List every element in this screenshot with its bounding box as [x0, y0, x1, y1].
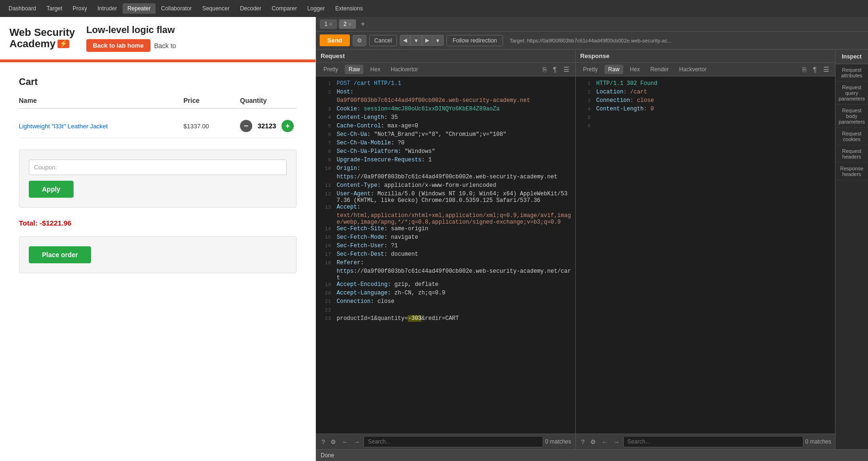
request-line-24[interactable]: 20Accept-Language: zh-CN, zh;q=0.9 [316, 290, 575, 298]
apply-button[interactable]: Apply [29, 181, 74, 198]
req-search-settings-icon[interactable]: ⚙ [329, 437, 338, 446]
nav-prev-button[interactable]: ◀ [400, 35, 410, 46]
request-line-4[interactable]: 3Cookie: session=4mcJ80oUc61xxDINQYo6KbE… [316, 106, 575, 114]
resp-tab-hackvertor[interactable]: Hackvertor [676, 65, 711, 74]
resp-icon-menu[interactable]: ☰ [821, 65, 831, 74]
resp-search-settings-icon[interactable]: ⚙ [588, 437, 598, 446]
request-line-13[interactable]: 11Content-Type: application/x-www-form-u… [316, 182, 575, 191]
request-code-area[interactable]: 1POST /cart HTTP/1.12Host:0a9f00f803bb7c… [316, 76, 575, 434]
nav-tab-target[interactable]: Target [42, 3, 67, 14]
request-search-bar: ? ⚙ ← → 0 matches [316, 434, 575, 449]
req-icon-menu[interactable]: ☰ [562, 65, 571, 74]
request-line-9[interactable]: 8Sec-Ch-Ua-Platform: "Windows" [316, 148, 575, 157]
repeater-tab-2[interactable]: 2 × [339, 19, 356, 29]
request-line-12[interactable]: https://0a9f00f803bb7c61c44ad49f00cb002e… [316, 174, 575, 182]
request-line-7[interactable]: 6Sec-Ch-Ua: "Not?A_Brand";v="8", "Chromi… [316, 131, 575, 140]
req-tab-pretty[interactable]: Pretty [320, 65, 342, 74]
resp-search-next-button[interactable]: → [612, 437, 621, 446]
request-line-15[interactable]: 13Accept: [316, 204, 575, 212]
response-search-input[interactable] [623, 436, 803, 447]
inspect-request-attributes[interactable]: Request attributes [835, 64, 868, 82]
resp-icon-copy[interactable]: ⎘ [801, 65, 808, 74]
follow-redirect-button[interactable]: Follow redirection [446, 35, 503, 46]
request-line-21[interactable]: 18Referer: [316, 260, 575, 268]
req-search-next-button[interactable]: → [352, 437, 362, 446]
request-line-3[interactable]: 0a9f00f803bb7c61c44ad49f00cb002e.web-sec… [316, 97, 575, 106]
request-line-6[interactable]: 5Cache-Control: max-age=0 [316, 123, 575, 131]
response-code-area[interactable]: 1HTTP/1.1 302 Found2Location: /cart3Conn… [576, 76, 835, 434]
cancel-button[interactable]: Cancel [369, 35, 397, 46]
nav-tab-extensions[interactable]: Extensions [331, 3, 368, 14]
req-icon-copy[interactable]: ⎘ [541, 65, 548, 74]
response-line-6[interactable]: 6 [576, 123, 835, 131]
place-order-button[interactable]: Place order [29, 246, 91, 263]
req-tab-raw[interactable]: Raw [345, 65, 364, 74]
request-line-20[interactable]: 17Sec-Fetch-Dest: document [316, 251, 575, 260]
request-line-14[interactable]: 12User-Agent: Mozilla/5.0 (Windows NT 10… [316, 191, 575, 204]
resp-icon-format[interactable]: ¶ [811, 65, 818, 74]
nav-tab-decoder[interactable]: Decoder [235, 3, 266, 14]
nav-tab-repeater[interactable]: Repeater [123, 3, 155, 14]
request-line-27[interactable]: 23productId=1&quantity=-303&redir=CART [316, 315, 575, 324]
resp-tab-render[interactable]: Render [646, 65, 672, 74]
req-tab-hackvertor[interactable]: Hackvertor [387, 65, 422, 74]
resp-tab-hex[interactable]: Hex [626, 65, 644, 74]
inspect-request-headers[interactable]: Request headers [835, 145, 868, 163]
nav-next-button[interactable]: ▶ [422, 35, 432, 46]
inspect-panel: Inspect Request attributes Request query… [835, 50, 868, 449]
nav-next-dropdown-button[interactable]: ▼ [432, 35, 444, 46]
request-line-2[interactable]: 2Host: [316, 89, 575, 97]
inspect-request-cookies[interactable]: Request cookies [835, 128, 868, 145]
req-search-help-icon[interactable]: ? [320, 437, 327, 446]
request-line-18[interactable]: 15Sec-Fetch-Mode: navigate [316, 234, 575, 243]
coupon-input[interactable] [29, 159, 287, 175]
request-line-10[interactable]: 9Upgrade-Insecure-Requests: 1 [316, 157, 575, 165]
send-settings-button[interactable]: ⚙ [353, 35, 366, 46]
nav-tab-comparer[interactable]: Comparer [267, 3, 301, 14]
request-line-17[interactable]: 14Sec-Fetch-Site: same-origin [316, 226, 575, 234]
inspect-request-body-params[interactable]: Request body parameters [835, 105, 868, 128]
response-line-2[interactable]: 2Location: /cart [576, 89, 835, 97]
nav-tab-logger[interactable]: Logger [303, 3, 330, 14]
request-line-5[interactable]: 4Content-Length: 35 [316, 114, 575, 123]
nav-tab-proxy[interactable]: Proxy [68, 3, 92, 14]
product-link[interactable]: Lightweight "l33t" Leather Jacket [19, 123, 183, 130]
nav-dropdown-button[interactable]: ▼ [410, 35, 422, 46]
resp-tab-pretty[interactable]: Pretty [579, 65, 602, 74]
quantity-minus-button[interactable]: − [240, 120, 252, 132]
request-line-22[interactable]: https://0a9f00f803bb7c61c44ad49f00cb002e… [316, 268, 575, 281]
request-line-16[interactable]: text/html,application/xhtml+xml,applicat… [316, 212, 575, 226]
request-line-19[interactable]: 16Sec-Fetch-User: ?1 [316, 243, 575, 251]
repeater-tab-1[interactable]: 1 × [320, 19, 337, 29]
nav-tab-collaborator[interactable]: Collaborator [157, 3, 197, 14]
tab-1-close-icon[interactable]: × [330, 22, 332, 27]
req-tab-hex[interactable]: Hex [366, 65, 384, 74]
request-search-input[interactable] [364, 436, 543, 447]
resp-tab-raw[interactable]: Raw [604, 65, 623, 74]
request-line-1[interactable]: 1POST /cart HTTP/1.1 [316, 80, 575, 89]
response-line-1[interactable]: 1HTTP/1.1 302 Found [576, 80, 835, 89]
tab-2-close-icon[interactable]: × [348, 22, 351, 27]
send-button[interactable]: Send [320, 34, 350, 46]
req-search-prev-button[interactable]: ← [340, 437, 350, 446]
nav-tab-intruder[interactable]: Intruder [93, 3, 122, 14]
request-line-25[interactable]: 21Connection: close [316, 298, 575, 307]
inspect-response-headers[interactable]: Response headers [835, 163, 868, 180]
back-to-lab-button[interactable]: Back to lab home [86, 39, 150, 52]
add-tab-button[interactable]: + [358, 19, 368, 29]
nav-tab-sequencer[interactable]: Sequencer [198, 3, 234, 14]
inspect-request-query-params[interactable]: Request query parameters [835, 82, 868, 105]
nav-tab-dashboard[interactable]: Dashboard [4, 3, 41, 14]
request-line-8[interactable]: 7Sec-Ch-Ua-Mobile: ?0 [316, 140, 575, 148]
place-order-section: Place order [19, 236, 297, 273]
resp-search-prev-button[interactable]: ← [600, 437, 610, 446]
response-line-3[interactable]: 3Connection: close [576, 97, 835, 106]
request-line-23[interactable]: 19Accept-Encoding: gzip, deflate [316, 281, 575, 290]
response-line-5[interactable]: 5 [576, 114, 835, 123]
req-icon-format[interactable]: ¶ [551, 65, 559, 74]
request-line-26[interactable]: 22 [316, 307, 575, 315]
request-line-11[interactable]: 10Origin: [316, 165, 575, 174]
quantity-plus-button[interactable]: + [281, 120, 294, 132]
resp-search-help-icon[interactable]: ? [579, 437, 587, 446]
response-line-4[interactable]: 4Content-Length: 0 [576, 106, 835, 114]
